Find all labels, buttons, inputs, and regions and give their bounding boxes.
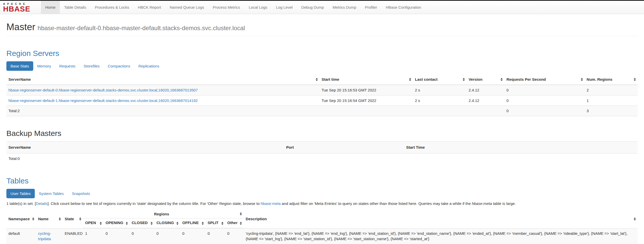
usertable-state: ENABLED — [63, 228, 83, 244]
nav-item-metrics-dump[interactable]: Metrics Dump — [328, 1, 361, 14]
sort-icon[interactable] — [221, 222, 223, 225]
nav-item-local-logs[interactable]: Local Logs — [244, 1, 272, 14]
usertable-opening-count: 0 — [104, 228, 130, 244]
logo-hbase-text: HBASE — [3, 5, 41, 13]
region-servers-tabs: Base Stats Memory Requests Storefiles Co… — [6, 61, 638, 71]
regionserver-0-name: hbase-regionserver-default-0.hbase-regio… — [6, 85, 320, 95]
regionserver-1-version: 2.4.12 — [467, 95, 504, 106]
col-namespace: Namespace — [6, 210, 36, 228]
sort-icon[interactable] — [634, 217, 636, 220]
tab-storefiles[interactable]: Storefiles — [80, 61, 104, 71]
user-tables-table: Namespace Name State Regions Description… — [6, 210, 638, 244]
tables-note: 1 table(s) in set. [Details]. Click coun… — [6, 201, 638, 206]
tab-compactions[interactable]: Compactions — [104, 61, 134, 71]
nav-item-debug-dump[interactable]: Debug Dump — [297, 1, 328, 14]
regionservers-total-rps: 0 — [504, 106, 585, 116]
sort-icon[interactable] — [316, 78, 318, 81]
tab-user-tables[interactable]: User Tables — [6, 189, 35, 198]
nav-item-home[interactable]: Home — [41, 1, 60, 14]
tab-system-tables[interactable]: System Tables — [35, 189, 68, 198]
col-other: Other — [225, 218, 244, 228]
master-hostname: hbase-master-default-0.hbase-master-defa… — [38, 25, 245, 31]
backup-masters-header-row: ServerName Port Start Time — [6, 142, 638, 154]
nav-item-process-metrics[interactable]: Process Metrics — [208, 1, 244, 14]
sort-icon[interactable] — [634, 78, 636, 81]
sort-icon[interactable] — [501, 78, 503, 81]
usertable-open-count: 1 — [83, 228, 104, 244]
col-version: Version — [467, 74, 504, 85]
tab-base-stats[interactable]: Base Stats — [6, 61, 33, 71]
master-title: Master — [6, 22, 35, 32]
col-offline: OFFLINE — [180, 218, 206, 228]
usertable-split-count: 0 — [206, 228, 225, 244]
region-servers-total-row: Total:2 0 3 — [6, 106, 638, 116]
sort-icon[interactable] — [100, 222, 102, 225]
cycling-tripdata-link[interactable]: cycling-tripdata — [38, 231, 51, 241]
usertable-other-count: 0 — [225, 228, 244, 244]
nav-items: Home Table Details Procedures & Locks HB… — [41, 1, 425, 14]
col-servername: ServerName — [6, 74, 320, 85]
region-servers-table: ServerName Start time Last contact Versi… — [6, 74, 638, 116]
nav-item-hbase-configuration[interactable]: HBase Configuration — [381, 1, 425, 14]
regionservers-total-label: Total:2 — [6, 106, 320, 116]
sort-icon[interactable] — [581, 78, 583, 81]
sort-icon[interactable] — [151, 222, 153, 225]
sort-icon[interactable] — [240, 222, 242, 225]
regionserver-1-link[interactable]: hbase-regionserver-default-1.hbase-regio… — [8, 98, 198, 103]
tab-requests[interactable]: Requests — [55, 61, 80, 71]
col-backup-start-time: Start Time — [404, 142, 638, 154]
tab-replications[interactable]: Replications — [134, 61, 163, 71]
regionserver-0-link[interactable]: hbase-regionserver-default-0.hbase-regio… — [8, 88, 198, 92]
details-link[interactable]: Details — [36, 201, 48, 206]
user-tables-header-row-1: Namespace Name State Regions Description — [6, 210, 638, 218]
col-backup-servername: ServerName — [6, 142, 284, 154]
sort-icon[interactable] — [32, 217, 34, 220]
usertable-closed-count: 0 — [130, 228, 154, 244]
tables-heading: Tables — [6, 177, 638, 185]
sort-icon[interactable] — [79, 217, 81, 220]
usertable-closing-count: 0 — [154, 228, 180, 244]
tab-memory[interactable]: Memory — [33, 61, 55, 71]
nav-item-hbck-report[interactable]: HBCK Report — [133, 1, 165, 14]
regionservers-total-num-regions: 3 — [585, 106, 638, 116]
page-content: Masterhbase-master-default-0.hbase-maste… — [0, 22, 644, 244]
col-backup-port: Port — [284, 142, 404, 154]
open-count[interactable]: 1 — [85, 231, 87, 236]
sort-icon[interactable] — [240, 212, 242, 215]
backup-masters-total-row: Total:0 — [6, 153, 638, 164]
sort-icon[interactable] — [126, 222, 128, 225]
regionserver-0-num-regions: 2 — [585, 85, 638, 95]
sort-icon[interactable] — [202, 222, 204, 225]
col-regions-group: Regions — [83, 210, 244, 218]
nav-item-profiler[interactable]: Profiler — [361, 1, 382, 14]
tab-snapshots[interactable]: Snapshots — [68, 189, 94, 198]
nav-item-table-details[interactable]: Table Details — [60, 1, 91, 14]
region-servers-section: Region Servers Base Stats Memory Request… — [6, 49, 638, 116]
col-start-time: Start time — [320, 74, 413, 85]
title-divider — [6, 36, 638, 36]
table-row: hbase-regionserver-default-0.hbase-regio… — [6, 85, 638, 95]
regionserver-1-last-contact: 2 s — [413, 95, 467, 106]
nav-item-log-level[interactable]: Log Level — [272, 1, 297, 14]
backup-masters-table: ServerName Port Start Time Total:0 — [6, 141, 638, 164]
hbase-logo[interactable]: APACHE HBASE — [0, 1, 41, 14]
col-num-regions: Num. Regions — [585, 74, 638, 85]
table-row: hbase-regionserver-default-1.hbase-regio… — [6, 95, 638, 106]
usertable-offline-count: 0 — [180, 228, 206, 244]
sort-icon[interactable] — [409, 78, 411, 81]
col-last-contact: Last contact — [413, 74, 467, 85]
regionserver-1-rps: 0 — [504, 95, 585, 106]
nav-item-procedures-locks[interactable]: Procedures & Locks — [91, 1, 133, 14]
hbase-meta-link[interactable]: hbase:meta — [261, 201, 280, 206]
regionserver-0-start-time: Tue Sep 20 15:16:53 GMT 2022 — [320, 85, 413, 95]
sort-icon[interactable] — [463, 78, 465, 81]
col-closing: CLOSING — [154, 218, 180, 228]
table-row: default cycling-tripdata ENABLED 1 0 0 0… — [6, 228, 638, 244]
col-state: State — [63, 210, 83, 228]
col-requests-per-second: Requests Per Second — [504, 74, 585, 85]
nav-item-named-queue-logs[interactable]: Named Queue Logs — [165, 1, 208, 14]
sort-icon[interactable] — [176, 222, 178, 225]
usertable-name: cycling-tripdata — [36, 228, 63, 244]
sort-icon[interactable] — [59, 217, 61, 220]
regionserver-0-last-contact: 2 s — [413, 85, 467, 95]
